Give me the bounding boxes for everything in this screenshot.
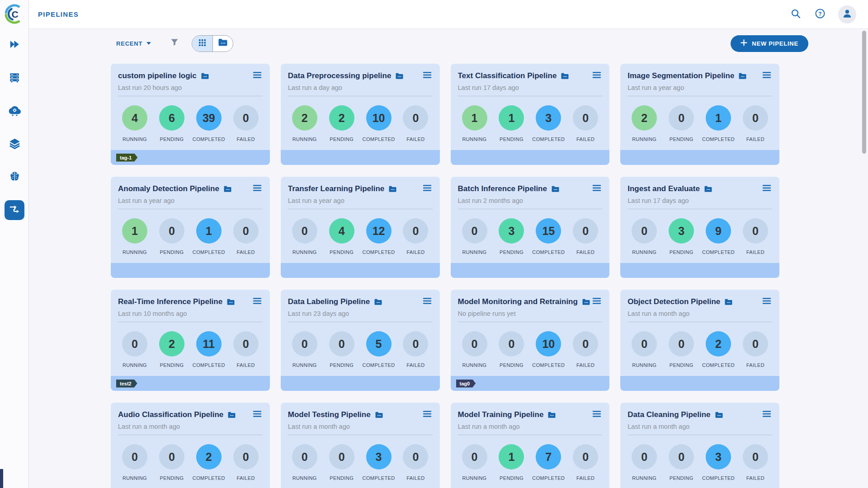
card-menu-button[interactable] [252, 183, 263, 194]
stat-pending: 0 PENDING [496, 331, 526, 368]
card-menu-button[interactable] [591, 70, 602, 81]
stat-running-label: RUNNING [292, 475, 317, 481]
grid-view-button[interactable] [192, 36, 212, 52]
card-menu-button[interactable] [252, 409, 263, 420]
stat-failed: 0 FAILED [231, 331, 261, 368]
stat-failed-count: 0 [233, 218, 259, 244]
card-menu-button[interactable] [252, 296, 263, 307]
page-scrollbar[interactable] [862, 31, 866, 154]
pipeline-card[interactable]: custom pipeline logic Last run 20 hours … [111, 64, 270, 165]
card-menu-button[interactable] [761, 409, 772, 420]
pipeline-card[interactable]: Data Preprocessing pipeline Last run a d… [281, 64, 440, 165]
stat-failed: 0 FAILED [231, 444, 261, 481]
pipeline-card[interactable]: Model Training Pipeline Last run a month… [451, 403, 610, 488]
pipeline-card[interactable]: Data Cleaning Pipeline Last run a month … [620, 403, 779, 488]
stat-pending-count: 3 [669, 218, 694, 244]
hamburger-icon [762, 71, 771, 80]
pipeline-card[interactable]: Model Monitoring and Retraining No pipel… [451, 290, 610, 391]
sidebar-item-serving[interactable] [5, 101, 24, 121]
search-button[interactable] [789, 8, 802, 21]
pipeline-tag[interactable]: test2 [116, 380, 137, 388]
pipeline-tag[interactable]: tag-1 [116, 154, 137, 162]
stat-completed: 1 COMPLETED [703, 105, 733, 142]
card-menu-button[interactable] [591, 183, 602, 194]
stat-pending-label: PENDING [330, 136, 354, 142]
pipeline-card[interactable]: Transfer Learning Pipeline Last run a ye… [281, 177, 440, 278]
project-folder-icon [226, 299, 235, 305]
project-folder-icon [551, 186, 560, 192]
sort-dropdown[interactable]: RECENT [116, 40, 151, 47]
pipeline-card[interactable]: Ingest and Evaluate Last run 17 days ago… [620, 177, 779, 278]
sidebar-item-projects[interactable] [5, 35, 24, 55]
card-menu-button[interactable] [252, 70, 263, 81]
stat-completed-label: COMPLETED [532, 475, 565, 481]
project-folder-icon [582, 299, 590, 305]
stat-pending-label: PENDING [330, 249, 354, 255]
pipeline-card[interactable]: Data Labeling Pipeline Last run 23 days … [281, 290, 440, 391]
stat-failed-label: FAILED [576, 249, 594, 255]
card-menu-button[interactable] [761, 296, 772, 307]
sidebar-item-workers[interactable] [5, 68, 24, 88]
card-menu-button[interactable] [422, 409, 433, 420]
stat-failed-count: 0 [573, 444, 598, 469]
card-menu-button[interactable] [761, 183, 772, 194]
card-footer: tag-1 [111, 150, 270, 165]
sort-dropdown-label: RECENT [116, 40, 142, 47]
card-footer: tag0 [451, 376, 610, 391]
card-footer [620, 263, 779, 278]
card-divider [627, 435, 772, 435]
stat-running-count: 0 [292, 331, 317, 357]
stat-running-label: RUNNING [632, 136, 656, 142]
chevron-down-icon [146, 42, 151, 45]
pipeline-card[interactable]: Anomaly Detection Pipeline Last run a ye… [111, 177, 270, 278]
project-folder-icon [375, 412, 383, 418]
pipeline-tag[interactable]: tag0 [456, 380, 476, 388]
pipeline-card[interactable]: Image Segmentation Pipeline Last run a y… [620, 64, 779, 165]
pipeline-card[interactable]: Batch Inference Pipeline Last run 2 mont… [451, 177, 610, 278]
card-divider [118, 209, 263, 209]
stat-completed-count: 2 [706, 331, 731, 357]
sidebar-item-datasets[interactable] [5, 134, 24, 154]
folder-view-button[interactable] [212, 36, 233, 52]
pipeline-title: Model Testing Pipeline [288, 410, 371, 419]
card-menu-button[interactable] [422, 183, 433, 194]
pipeline-card[interactable]: Text Classification Pipeline Last run 17… [451, 64, 610, 165]
new-pipeline-button[interactable]: NEW PIPELINE [731, 35, 808, 52]
sidebar-item-models[interactable] [5, 167, 24, 187]
help-button[interactable]: ? [814, 8, 826, 21]
stat-pending: 0 PENDING [157, 444, 187, 481]
card-menu-button[interactable] [591, 409, 602, 420]
stat-failed-label: FAILED [237, 475, 255, 481]
card-menu-button[interactable] [422, 70, 433, 81]
card-menu-button[interactable] [761, 70, 772, 81]
stat-completed-count: 12 [366, 218, 392, 244]
card-divider [627, 322, 772, 322]
filter-button[interactable] [170, 38, 179, 49]
stat-pending-label: PENDING [160, 136, 184, 142]
stat-failed: 0 FAILED [231, 105, 261, 142]
sidebar: C [0, 0, 29, 488]
stat-completed: 2 COMPLETED [703, 331, 733, 368]
stat-completed-count: 7 [536, 444, 561, 469]
stat-completed-label: COMPLETED [193, 475, 225, 481]
card-menu-button[interactable] [591, 296, 602, 307]
pipeline-title: custom pipeline logic [118, 71, 197, 80]
stat-completed: 5 COMPLETED [364, 331, 394, 368]
pipeline-card[interactable]: Real-Time Inference Pipeline Last run 10… [111, 290, 270, 391]
stat-completed: 3 COMPLETED [364, 444, 394, 481]
clearml-logo[interactable]: C [4, 3, 25, 25]
card-divider [627, 96, 772, 96]
stat-failed: 0 FAILED [571, 331, 600, 368]
stat-failed-count: 0 [573, 218, 598, 244]
pipeline-stats: 1 RUNNING 0 PENDING 1 COMPLETED 0 FAILED [111, 218, 270, 255]
stat-completed-label: COMPLETED [363, 362, 395, 368]
pipeline-card[interactable]: Model Testing Pipeline Last run a month … [281, 403, 440, 488]
sidebar-scrollbar[interactable] [0, 469, 3, 488]
user-avatar[interactable] [838, 5, 856, 23]
stat-failed-label: FAILED [406, 249, 425, 255]
pipeline-card[interactable]: Audio Classification Pipeline Last run a… [111, 403, 270, 488]
card-menu-button[interactable] [422, 296, 433, 307]
pipeline-card[interactable]: Object Detection Pipeline Last run a mon… [620, 290, 779, 391]
pipeline-title: Text Classification Pipeline [458, 71, 557, 80]
sidebar-item-pipelines[interactable] [5, 200, 24, 220]
